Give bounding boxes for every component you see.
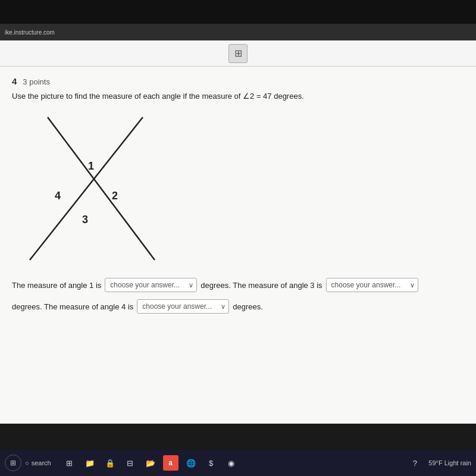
- help-icon[interactable]: ?: [407, 455, 422, 471]
- weather-text: 59°F Light rain: [428, 459, 471, 466]
- dropdown2-container[interactable]: choose your answer...4713390 ∨: [326, 278, 418, 292]
- finance-icon[interactable]: $: [203, 455, 219, 471]
- taskview-icon[interactable]: ⊞: [62, 455, 77, 471]
- search-icon: ○: [25, 459, 29, 466]
- question-text: Use the picture to find the measure of e…: [12, 91, 464, 102]
- folder2-icon[interactable]: 📂: [143, 455, 158, 471]
- svg-text:2: 2: [112, 190, 118, 202]
- taskbar: ⊞ ○ search ⊞ 📁 🔒 ⊟ 📂 a 🌐 $ ◉ ? 59°F Ligh…: [0, 450, 476, 476]
- question-points: 3 points: [23, 77, 50, 86]
- search-label: search: [32, 459, 51, 466]
- grid-icon[interactable]: ⊟: [123, 455, 138, 471]
- svg-line-1: [48, 117, 155, 260]
- answer-row1-prefix: The measure of angle 1 is: [12, 281, 101, 290]
- answer-row2-prefix: degrees. The measure of angle 4 is: [12, 302, 133, 311]
- answer-row1-suffix: degrees. The measure of angle 3 is: [201, 281, 322, 290]
- angle3-dropdown[interactable]: choose your answer...4713390: [326, 278, 418, 292]
- angle-diagram: 1 4 2 3: [12, 111, 167, 266]
- answer-row2-suffix: degrees.: [233, 302, 263, 311]
- dropdown1-container[interactable]: choose your answer...4713390 ∨: [105, 278, 197, 292]
- toolbar-icon[interactable]: ⊞: [228, 44, 248, 63]
- angle4-dropdown[interactable]: choose your answer...4713390: [137, 299, 229, 314]
- taskbar-search[interactable]: ○ search: [25, 459, 51, 466]
- svg-text:1: 1: [88, 160, 94, 172]
- question-number: 4: [12, 76, 17, 86]
- diagram-container: 1 4 2 3: [12, 111, 167, 266]
- content-area: 4 3 points Use the picture to find the m…: [0, 67, 476, 424]
- dropdown3-container[interactable]: choose your answer...4713390 ∨: [137, 299, 229, 314]
- answer-row-1: The measure of angle 1 is choose your an…: [12, 278, 464, 292]
- svg-text:4: 4: [55, 190, 61, 202]
- url-text: ike.instructure.com: [5, 29, 55, 36]
- angle1-dropdown[interactable]: choose your answer...4713390: [105, 278, 197, 292]
- file-explorer-icon[interactable]: 📁: [82, 455, 98, 471]
- taskbar-center-icons: ⊞ 📁 🔒 ⊟ 📂 a 🌐 $ ◉: [62, 455, 239, 471]
- toolbar: ⊞: [0, 40, 476, 67]
- svg-text:3: 3: [82, 214, 88, 226]
- taskbar-right-icons: ? 59°F Light rain: [407, 455, 471, 471]
- question-header: 4 3 points: [12, 76, 464, 86]
- top-bar: [0, 0, 476, 24]
- letter-a-icon[interactable]: a: [163, 455, 178, 471]
- toolbar-icon-symbol: ⊞: [234, 48, 242, 59]
- chrome-icon[interactable]: ◉: [224, 455, 239, 471]
- browser-bar: ike.instructure.com: [0, 24, 476, 40]
- edge-icon[interactable]: 🌐: [183, 455, 199, 471]
- answer-row-2: degrees. The measure of angle 4 is choos…: [12, 299, 464, 314]
- windows-button[interactable]: ⊞: [5, 455, 21, 471]
- svg-line-0: [30, 117, 143, 260]
- lock-icon[interactable]: 🔒: [102, 455, 118, 471]
